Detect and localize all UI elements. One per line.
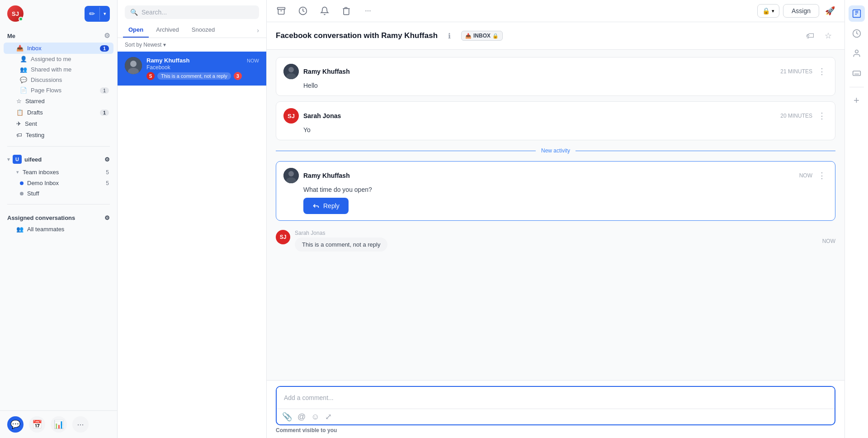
testing-item[interactable]: 🏷 Testing <box>4 129 113 141</box>
comment-sender-name: Sarah Jonas <box>295 230 818 236</box>
inbox-label: Inbox <box>27 45 42 52</box>
conv-avatar <box>125 57 142 74</box>
msg-menu-1[interactable]: ⋮ <box>816 67 828 76</box>
assigned-header: Assigned conversations ⚙ <box>4 212 113 224</box>
page-flows-item[interactable]: 📄 Page Flows 1 <box>4 85 113 95</box>
bell-toolbar-icon[interactable] <box>317 4 332 18</box>
assigned-section: Assigned conversations ⚙ 👥 All teammates <box>0 210 117 236</box>
starred-item[interactable]: ☆ Starred <box>4 95 113 107</box>
rocket-icon[interactable]: 🚀 <box>823 4 837 18</box>
lock-caret-icon: ▾ <box>772 8 774 14</box>
calendar-icon-button[interactable]: 📅 <box>29 416 45 433</box>
right-panel-person-icon[interactable] <box>849 45 865 62</box>
clock-toolbar-icon[interactable] <box>296 4 310 18</box>
demo-inbox-item[interactable]: Demo Inbox 5 <box>4 178 113 188</box>
team-section: ▾ U uifeed ⚙ ▾ Team inboxes 5 Demo Inbox… <box>0 150 117 200</box>
comment-bubble: This is a comment, not a reply <box>295 238 387 252</box>
testing-icon: 🏷 <box>16 132 22 138</box>
compose-hint-prefix: Comment visible to <box>276 427 327 433</box>
msg-time-1: 21 MINUTES <box>780 68 812 75</box>
msg-menu-2[interactable]: ⋮ <box>816 111 828 121</box>
conv-count-badge: 3 <box>234 72 242 80</box>
search-input[interactable] <box>142 9 254 16</box>
assigned-to-me-item[interactable]: 👤 Assigned to me <box>4 54 113 64</box>
starred-label: Starred <box>25 98 45 105</box>
divider <box>7 146 110 147</box>
assign-button[interactable]: Assign <box>783 4 819 18</box>
msg-menu-3[interactable]: ⋮ <box>816 171 828 181</box>
compose-input[interactable] <box>277 387 835 409</box>
assigned-gear-icon[interactable]: ⚙ <box>104 214 110 221</box>
assigned-conversations-label: Assigned conversations <box>7 214 75 221</box>
compose-hint-highlight: you <box>327 427 337 433</box>
right-panel-clock-icon[interactable] <box>849 25 865 42</box>
testing-label: Testing <box>26 132 44 138</box>
sort-control[interactable]: Sort by Newest ▾ <box>118 38 266 52</box>
info-icon[interactable]: ℹ <box>442 29 457 43</box>
svg-rect-3 <box>278 8 285 10</box>
more-icon-button[interactable]: ··· <box>72 416 89 433</box>
drafts-item[interactable]: 📋 Drafts 1 <box>4 107 113 118</box>
team-inboxes-count: 5 <box>106 169 109 176</box>
tabs-arrow[interactable]: › <box>255 23 261 38</box>
demo-inbox-label: Demo Inbox <box>27 180 59 186</box>
all-teammates-item[interactable]: 👥 All teammates <box>4 224 113 234</box>
discussions-item[interactable]: 💬 Discussions <box>4 75 113 85</box>
svg-rect-17 <box>853 71 860 76</box>
tab-snoozed[interactable]: Snoozed <box>186 23 220 38</box>
chart-icon-button[interactable]: 📊 <box>51 416 67 433</box>
page-flows-icon: 📄 <box>20 87 27 94</box>
comment-item: SJ Sarah Jonas This is a comment, not a … <box>276 226 835 255</box>
paperclip-icon[interactable]: 📎 <box>282 412 292 422</box>
team-badge: U <box>13 155 22 164</box>
gear-icon[interactable]: ⚙ <box>104 32 110 40</box>
sent-icon: ✈ <box>16 120 21 127</box>
tag-icon[interactable]: 🏷 <box>803 29 817 43</box>
tab-open[interactable]: Open <box>123 23 149 38</box>
right-panel-add-icon[interactable]: + <box>854 95 859 106</box>
drafts-badge: 1 <box>100 110 109 116</box>
team-inboxes-item[interactable]: ▾ Team inboxes 5 <box>4 167 113 178</box>
emoji-icon[interactable]: ☺ <box>311 412 319 422</box>
stuff-label: Stuff <box>27 190 39 197</box>
tab-archived[interactable]: Archived <box>151 23 184 38</box>
inbox-nav-item[interactable]: 📥 Inbox 1 <box>4 43 113 54</box>
stuff-item[interactable]: Stuff <box>4 188 113 199</box>
svg-point-9 <box>288 171 294 176</box>
compose-icons: 📎 @ ☺ ⤢ <box>282 412 332 422</box>
reply-button[interactable]: Reply <box>303 198 349 214</box>
msg-avatar-sarah1: SJ <box>283 108 299 124</box>
archive-toolbar-icon[interactable] <box>274 4 288 18</box>
inbox-badge: 📥 INBOX 🔒 <box>461 31 503 41</box>
share-icon: 👥 <box>20 66 27 73</box>
discussions-label: Discussions <box>31 76 62 83</box>
right-panel-conversation-icon[interactable] <box>849 5 865 22</box>
reply-label: Reply <box>323 202 340 209</box>
inbox-label: INBOX <box>473 33 491 39</box>
me-section-header[interactable]: Me ⚙ <box>4 29 113 43</box>
more-toolbar-icon[interactable]: ··· <box>361 4 375 18</box>
all-teammates-label: All teammates <box>27 226 64 233</box>
sidebar: SJ ✏ ▾ Me ⚙ 📥 Inbox 1 👤 Assigned to me <box>0 0 118 438</box>
msg-avatar-ramy2 <box>283 168 299 183</box>
shared-with-me-label: Shared with me <box>31 66 71 73</box>
conversation-item[interactable]: Ramy Khuffash NOW Facebook S This is a c… <box>118 52 266 86</box>
search-box[interactable]: 🔍 <box>125 5 259 19</box>
msg-text-2: Yo <box>303 126 828 133</box>
right-panel-keyboard-icon[interactable] <box>849 65 865 81</box>
lock-icon: 🔒 <box>762 7 770 14</box>
trash-toolbar-icon[interactable] <box>339 4 354 18</box>
expand-icon[interactable]: ⤢ <box>325 412 332 422</box>
shared-with-me-item[interactable]: 👥 Shared with me <box>4 64 113 75</box>
msg-sender-3: Ramy Khuffash <box>303 172 350 179</box>
lock-dropdown[interactable]: 🔒 ▾ <box>757 4 779 18</box>
conversation-list: 🔍 Open Archived Snoozed › Sort by Newest… <box>118 0 267 438</box>
team-gear-icon[interactable]: ⚙ <box>104 156 110 163</box>
conv-time: NOW <box>247 58 259 63</box>
star-conv-icon[interactable]: ☆ <box>821 29 835 43</box>
sent-item[interactable]: ✈ Sent <box>4 118 113 129</box>
at-icon[interactable]: @ <box>297 412 306 422</box>
msg-sender-1: Ramy Khuffash <box>303 68 350 75</box>
chat-icon-button[interactable]: 💬 <box>7 416 24 433</box>
compose-button[interactable]: ✏ ▾ <box>85 6 110 22</box>
